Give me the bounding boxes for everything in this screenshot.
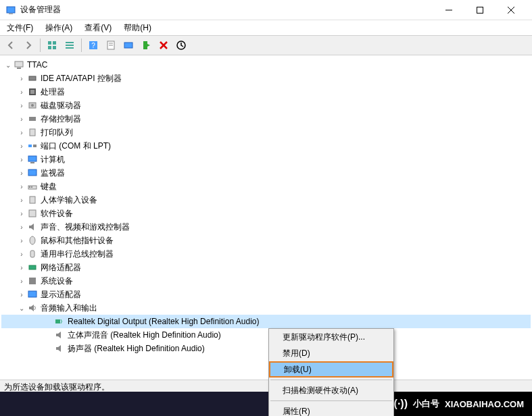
tree-category[interactable]: ›存储控制器: [1, 112, 531, 126]
statusbar: 为所选设备卸载该驱动程序。: [0, 380, 532, 392]
svg-rect-30: [29, 117, 36, 121]
menu-file[interactable]: 文件(F): [4, 21, 36, 35]
tree-category[interactable]: ›端口 (COM 和 LPT): [1, 139, 531, 153]
audio-icon: [54, 316, 65, 327]
view-icons-button[interactable]: [44, 37, 60, 53]
ctx-disable[interactable]: 禁用(D): [269, 345, 393, 361]
audio-device-stereo-mix[interactable]: 立体声混音 (Realtek High Definition Audio): [1, 328, 531, 342]
expander-icon[interactable]: ›: [16, 210, 27, 217]
tree-category[interactable]: ›计算机: [1, 153, 531, 166]
maximize-button[interactable]: [464, 0, 495, 20]
tree-category[interactable]: ›监视器: [1, 166, 531, 180]
ctx-properties[interactable]: 属性(R): [269, 403, 393, 416]
ctx-scan[interactable]: 扫描检测硬件改动(A): [269, 382, 393, 398]
expander-icon[interactable]: ›: [16, 224, 27, 231]
category-label: 显示适配器: [41, 289, 81, 301]
svg-rect-39: [31, 186, 32, 188]
tree-category[interactable]: ›软件设备: [1, 207, 531, 220]
expander-icon[interactable]: ⌄: [16, 305, 27, 312]
svg-rect-25: [29, 76, 36, 80]
tree-category[interactable]: ›显示适配器: [1, 288, 531, 301]
scan-button[interactable]: [120, 37, 137, 53]
tree-category[interactable]: ›IDE ATA/ATAPI 控制器: [1, 72, 531, 85]
expander-icon[interactable]: ›: [16, 237, 27, 244]
svg-rect-43: [30, 251, 34, 257]
category-icon: [27, 262, 38, 273]
tree-category[interactable]: ›处理器: [1, 85, 531, 99]
expander-icon[interactable]: ›: [16, 102, 27, 109]
category-icon: [27, 86, 38, 97]
expander-icon[interactable]: ›: [16, 197, 27, 204]
svg-rect-46: [28, 291, 37, 297]
category-icon: [27, 289, 38, 300]
tree-category[interactable]: ›键盘: [1, 180, 531, 193]
watermark-badge: ((·)) 小白号 XIAOBAIHAO.COM: [382, 392, 532, 416]
expander-icon[interactable]: ›: [16, 142, 27, 150]
svg-rect-45: [29, 278, 36, 284]
tree-category[interactable]: ›磁盘驱动器: [1, 99, 531, 112]
root-label: TTAC: [27, 60, 47, 70]
audio-device-realtek-digital[interactable]: Realtek Digital Output (Realtek High Def…: [1, 315, 531, 328]
tree-category[interactable]: ›人体学输入设备: [1, 193, 531, 207]
svg-rect-8: [48, 46, 51, 49]
menu-view[interactable]: 查看(V): [82, 21, 114, 35]
tree-category[interactable]: ›系统设备: [1, 274, 531, 288]
tree-category[interactable]: ⌄音频输入和输出: [1, 301, 531, 315]
tree-category[interactable]: ›声音、视频和游戏控制器: [1, 220, 531, 234]
svg-rect-24: [17, 68, 21, 69]
uninstall-button[interactable]: [155, 37, 172, 53]
expander-icon[interactable]: ›: [16, 170, 27, 177]
category-label: 打印队列: [41, 127, 73, 138]
expander-icon[interactable]: ›: [16, 251, 27, 258]
minimize-button[interactable]: [433, 0, 464, 20]
category-icon: [27, 276, 38, 286]
expander-icon[interactable]: ›: [16, 156, 27, 163]
expander-icon[interactable]: ›: [16, 88, 27, 96]
properties-button[interactable]: [103, 37, 119, 53]
expander-icon[interactable]: ›: [16, 278, 27, 285]
audio-device-speaker[interactable]: 扬声器 (Realtek High Definition Audio): [1, 342, 531, 355]
svg-rect-23: [15, 61, 23, 67]
category-label: 系统设备: [41, 276, 73, 287]
category-label: 监视器: [41, 167, 65, 179]
svg-rect-33: [33, 145, 37, 147]
window-title: 设备管理器: [20, 4, 433, 16]
forward-button[interactable]: [20, 37, 37, 53]
close-button[interactable]: [495, 0, 527, 20]
svg-rect-44: [29, 265, 36, 269]
category-label: 磁盘驱动器: [41, 100, 81, 111]
svg-rect-11: [66, 45, 74, 46]
back-button[interactable]: [3, 37, 19, 53]
ctx-update-driver[interactable]: 更新驱动程序软件(P)...: [269, 329, 393, 345]
view-list-button[interactable]: [62, 37, 78, 53]
category-icon: [27, 235, 38, 246]
tree-category[interactable]: ›鼠标和其他指针设备: [1, 234, 531, 247]
category-icon: [27, 167, 38, 178]
expander-icon[interactable]: ›: [16, 75, 27, 82]
tree-root[interactable]: ⌄ TTAC: [1, 58, 531, 72]
menubar: 文件(F) 操作(A) 查看(V) 帮助(H): [0, 20, 532, 35]
expander-icon[interactable]: ›: [16, 129, 27, 136]
help-button[interactable]: ?: [85, 37, 101, 53]
svg-text:?: ?: [91, 42, 95, 49]
tree-category[interactable]: ›网络适配器: [1, 261, 531, 274]
enable-button[interactable]: [138, 37, 154, 53]
computer-icon: [14, 59, 24, 70]
menu-action[interactable]: 操作(A): [43, 21, 75, 35]
svg-rect-47: [55, 319, 60, 323]
update-button[interactable]: [173, 37, 189, 53]
expander-icon[interactable]: ›: [16, 264, 27, 271]
expander-icon[interactable]: ›: [16, 183, 27, 190]
ctx-uninstall[interactable]: 卸载(U): [269, 361, 393, 378]
toolbar: ?: [0, 35, 532, 55]
tree-category[interactable]: ›通用串行总线控制器: [1, 247, 531, 261]
expander-icon[interactable]: ›: [16, 291, 27, 298]
expander-icon[interactable]: ⌄: [3, 61, 14, 69]
device-tree[interactable]: ⌄ TTAC ›IDE ATA/ATAPI 控制器›处理器›磁盘驱动器›存储控制…: [0, 55, 532, 380]
category-icon: [27, 154, 38, 165]
tree-category[interactable]: ›打印队列: [1, 126, 531, 139]
expander-icon[interactable]: ›: [16, 115, 27, 123]
svg-point-29: [31, 104, 34, 107]
menu-help[interactable]: 帮助(H): [121, 21, 154, 35]
titlebar: 设备管理器: [0, 0, 532, 20]
